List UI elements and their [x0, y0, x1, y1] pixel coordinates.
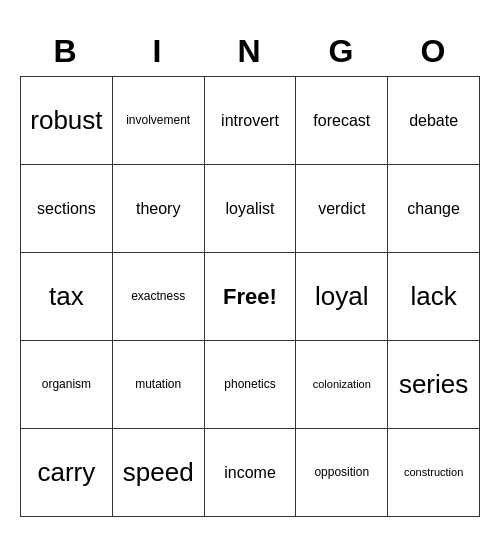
cell-text: verdict	[318, 199, 365, 218]
bingo-cell-r2-c3: loyal	[296, 253, 388, 341]
bingo-cell-r3-c2: phonetics	[205, 341, 297, 429]
cell-text: loyalist	[226, 199, 275, 218]
header-letter-b: B	[20, 27, 112, 76]
cell-text: loyal	[315, 281, 368, 312]
bingo-cell-r3-c1: mutation	[113, 341, 205, 429]
cell-text: theory	[136, 199, 180, 218]
header-letter-g: G	[296, 27, 388, 76]
header-letter-o: O	[388, 27, 480, 76]
cell-text: mutation	[135, 377, 181, 391]
cell-text: construction	[404, 466, 463, 479]
bingo-cell-r2-c0: tax	[21, 253, 113, 341]
bingo-cell-r2-c4: lack	[388, 253, 480, 341]
bingo-cell-r2-c2: Free!	[205, 253, 297, 341]
bingo-card: BINGO robustinvolvementintrovertforecast…	[20, 27, 480, 517]
bingo-cell-r1-c1: theory	[113, 165, 205, 253]
bingo-cell-r0-c1: involvement	[113, 77, 205, 165]
cell-text: opposition	[314, 465, 369, 479]
bingo-cell-r4-c0: carry	[21, 429, 113, 517]
bingo-cell-r3-c0: organism	[21, 341, 113, 429]
bingo-cell-r4-c1: speed	[113, 429, 205, 517]
header-letter-n: N	[204, 27, 296, 76]
bingo-cell-r0-c0: robust	[21, 77, 113, 165]
cell-text: forecast	[313, 111, 370, 130]
bingo-cell-r1-c2: loyalist	[205, 165, 297, 253]
bingo-cell-r3-c4: series	[388, 341, 480, 429]
cell-text: debate	[409, 111, 458, 130]
cell-text: speed	[123, 457, 194, 488]
bingo-cell-r2-c1: exactness	[113, 253, 205, 341]
bingo-grid: robustinvolvementintrovertforecastdebate…	[20, 76, 480, 517]
cell-text: exactness	[131, 289, 185, 303]
bingo-cell-r0-c2: introvert	[205, 77, 297, 165]
cell-text: series	[399, 369, 468, 400]
bingo-header: BINGO	[20, 27, 480, 76]
cell-text: change	[407, 199, 460, 218]
bingo-cell-r4-c3: opposition	[296, 429, 388, 517]
cell-text: Free!	[223, 284, 277, 310]
cell-text: tax	[49, 281, 84, 312]
cell-text: income	[224, 463, 276, 482]
cell-text: involvement	[126, 113, 190, 127]
cell-text: organism	[42, 377, 91, 391]
cell-text: robust	[30, 105, 102, 136]
cell-text: carry	[38, 457, 96, 488]
bingo-cell-r1-c4: change	[388, 165, 480, 253]
cell-text: lack	[410, 281, 456, 312]
cell-text: introvert	[221, 111, 279, 130]
header-letter-i: I	[112, 27, 204, 76]
cell-text: phonetics	[224, 377, 275, 391]
bingo-cell-r4-c4: construction	[388, 429, 480, 517]
bingo-cell-r1-c0: sections	[21, 165, 113, 253]
bingo-cell-r1-c3: verdict	[296, 165, 388, 253]
bingo-cell-r4-c2: income	[205, 429, 297, 517]
bingo-cell-r0-c3: forecast	[296, 77, 388, 165]
cell-text: colonization	[313, 378, 371, 391]
bingo-cell-r3-c3: colonization	[296, 341, 388, 429]
cell-text: sections	[37, 199, 96, 218]
bingo-cell-r0-c4: debate	[388, 77, 480, 165]
